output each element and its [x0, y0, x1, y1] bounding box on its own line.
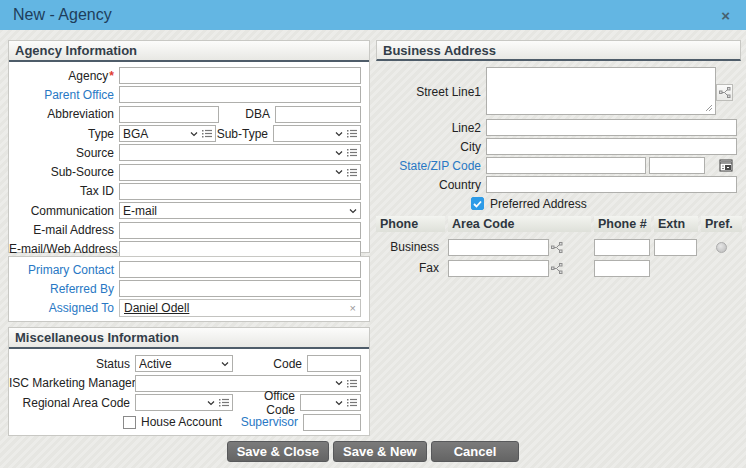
country-row: Country	[376, 175, 741, 194]
agency-info-body: Agency* Parent Office Abbreviation DBA T…	[9, 62, 369, 259]
tax-id-label: Tax ID	[9, 184, 119, 198]
primary-contact-input[interactable]	[119, 261, 361, 278]
chevron-down-icon	[190, 131, 198, 137]
save-close-button[interactable]: Save & Close	[227, 441, 329, 462]
fax-phone-input[interactable]	[594, 260, 650, 277]
resize-handle-icon[interactable]	[705, 101, 713, 115]
chevron-down-icon	[335, 131, 343, 137]
business-extn-input[interactable]	[654, 239, 697, 256]
abbreviation-row: Abbreviation DBA	[9, 105, 369, 124]
referred-by-label[interactable]: Referred By	[9, 282, 119, 296]
country-input[interactable]	[486, 176, 737, 193]
chevron-down-icon	[207, 400, 215, 406]
source-label: Source	[9, 146, 119, 160]
agency-row: Agency*	[9, 66, 369, 85]
fax-area-code-input[interactable]	[448, 260, 549, 277]
house-account-checkbox[interactable]	[123, 416, 136, 429]
dba-input[interactable]	[275, 106, 361, 123]
sub-type-select[interactable]	[273, 125, 361, 142]
close-icon[interactable]: ×	[721, 8, 730, 23]
sub-source-select[interactable]	[119, 164, 361, 181]
type-select[interactable]: BGA	[119, 125, 216, 142]
primary-contact-label[interactable]: Primary Contact	[9, 263, 119, 277]
misc-info-header: Miscellaneous Information	[9, 328, 369, 349]
status-select[interactable]: Active	[135, 355, 233, 372]
regional-area-code-select[interactable]	[135, 394, 233, 411]
referred-by-input[interactable]	[119, 280, 361, 297]
area-code-col-header: Area Code	[448, 216, 591, 232]
business-area-split-button[interactable]	[551, 242, 563, 253]
street-line1-textarea[interactable]	[486, 67, 716, 115]
state-zip-label[interactable]: State/ZIP Code	[376, 159, 486, 173]
tax-id-row: Tax ID	[9, 182, 369, 201]
code-input[interactable]	[307, 355, 361, 372]
address-split-button[interactable]	[716, 84, 733, 101]
misc-info-panel: Miscellaneous Information Status Active …	[8, 327, 370, 436]
fax-area-split-button[interactable]	[551, 263, 563, 274]
chevron-down-icon	[221, 361, 229, 367]
isc-marketing-manager-row: ISC Marketing Manager	[9, 374, 369, 394]
type-label: Type	[9, 127, 119, 141]
supervisor-input[interactable]	[303, 414, 361, 431]
assigned-to-field[interactable]: Daniel Odell ×	[119, 299, 361, 317]
city-input[interactable]	[486, 138, 737, 155]
line2-label: Line2	[376, 121, 486, 135]
assigned-to-value[interactable]: Daniel Odell	[124, 301, 189, 315]
business-phone-row: Business	[376, 238, 742, 256]
zip-input[interactable]	[649, 157, 705, 174]
extn-col-header: Extn	[654, 216, 698, 232]
primary-contact-row: Primary Contact	[9, 260, 369, 279]
tax-id-input[interactable]	[119, 183, 361, 200]
source-row: Source	[9, 143, 369, 162]
list-icon[interactable]	[347, 148, 357, 157]
business-area-code-input[interactable]	[448, 239, 549, 256]
communication-select[interactable]: E-mail	[119, 202, 361, 219]
office-code-select[interactable]	[300, 394, 361, 411]
check-icon	[473, 200, 482, 208]
communication-value: E-mail	[123, 204, 347, 218]
save-new-button[interactable]: Save & New	[333, 441, 427, 462]
state-input[interactable]	[486, 157, 646, 174]
status-row: Status Active Code	[9, 354, 369, 374]
list-icon[interactable]	[347, 398, 357, 407]
agency-input[interactable]	[119, 67, 361, 84]
list-icon[interactable]	[347, 379, 357, 388]
regional-area-code-label: Regional Area Code	[9, 396, 135, 410]
supervisor-label[interactable]: Supervisor	[222, 415, 303, 429]
office-code-label: Office Code	[233, 389, 300, 417]
preferred-address-checkbox[interactable]	[471, 197, 484, 210]
sub-source-label: Sub-Source	[9, 165, 119, 179]
list-icon[interactable]	[219, 398, 229, 407]
sub-source-row: Sub-Source	[9, 162, 369, 181]
phone-table-header: Phone Area Code Phone # Extn Pref.	[376, 216, 742, 232]
list-icon[interactable]	[347, 168, 357, 177]
email-address-input[interactable]	[119, 222, 361, 239]
cancel-button[interactable]: Cancel	[431, 441, 520, 462]
house-account-label: House Account	[141, 415, 222, 429]
parent-office-input[interactable]	[119, 86, 361, 103]
list-icon[interactable]	[202, 129, 212, 138]
phone-table: Phone Area Code Phone # Extn Pref. Busin…	[376, 216, 742, 277]
sub-type-label: Sub-Type	[216, 127, 273, 141]
business-phone-input[interactable]	[594, 239, 650, 256]
split-icon	[719, 87, 731, 98]
clear-icon[interactable]: ×	[350, 302, 356, 314]
street-line1-row: Street Line1	[376, 66, 741, 118]
source-select[interactable]	[119, 144, 361, 161]
zip-lookup-button[interactable]	[719, 159, 733, 172]
line2-input[interactable]	[486, 119, 737, 136]
abbreviation-label: Abbreviation	[9, 107, 119, 121]
list-icon[interactable]	[347, 129, 357, 138]
abbreviation-input[interactable]	[119, 106, 219, 123]
agency-label: Agency*	[9, 69, 119, 83]
business-pref-radio[interactable]	[716, 242, 727, 253]
parent-office-label[interactable]: Parent Office	[9, 88, 119, 102]
email-web-address-label: E-mail/Web Address	[9, 242, 119, 256]
chevron-down-icon	[335, 400, 343, 406]
state-zip-row: State/ZIP Code	[376, 156, 741, 175]
isc-marketing-manager-label: ISC Marketing Manager	[9, 376, 135, 390]
city-row: City	[376, 137, 741, 156]
chevron-down-icon	[335, 380, 343, 386]
assigned-to-label[interactable]: Assigned To	[9, 301, 119, 315]
agency-info-header: Agency Information	[9, 41, 369, 62]
